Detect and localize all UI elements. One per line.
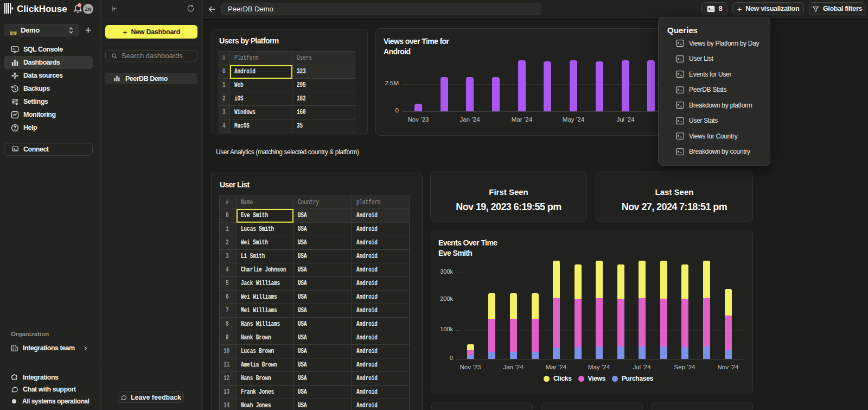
svg-text:aws: aws [10, 30, 17, 34]
